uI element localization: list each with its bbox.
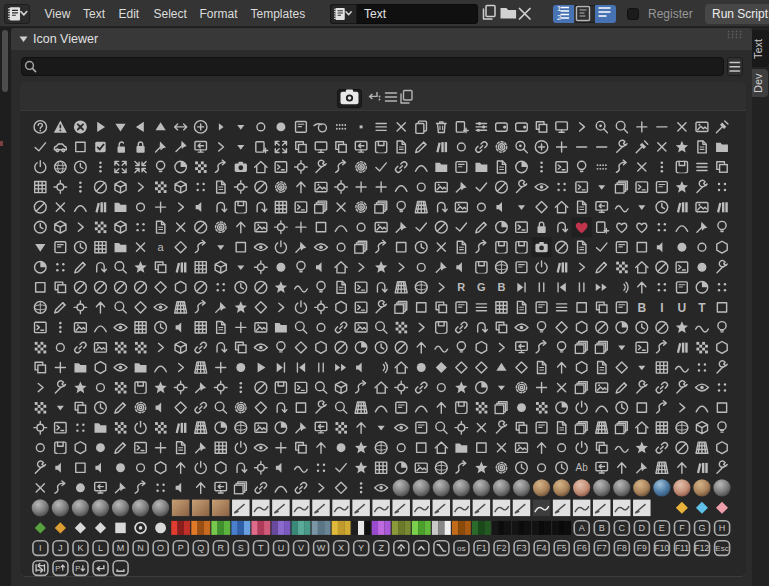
- svg-text:D: D: [639, 523, 646, 533]
- svg-text:Y: Y: [358, 543, 364, 553]
- svg-text:os: os: [457, 544, 465, 553]
- svg-text:P: P: [75, 564, 80, 573]
- svg-text:W: W: [317, 543, 326, 553]
- svg-text:X: X: [338, 543, 344, 553]
- svg-text:Q: Q: [197, 543, 204, 553]
- svg-text:V: V: [298, 543, 304, 553]
- svg-text:K: K: [77, 543, 83, 553]
- svg-text:R: R: [457, 281, 465, 293]
- svg-text:Z: Z: [378, 543, 384, 553]
- svg-text:F9: F9: [637, 543, 647, 553]
- svg-text:F6: F6: [577, 543, 587, 553]
- svg-text:F2: F2: [496, 543, 506, 553]
- svg-text:P: P: [55, 564, 60, 573]
- svg-text:J: J: [58, 543, 63, 553]
- svg-text:B: B: [599, 523, 605, 533]
- svg-text:U: U: [678, 301, 687, 315]
- svg-text:F10: F10: [655, 543, 670, 553]
- svg-text:B: B: [637, 301, 646, 315]
- svg-text:F: F: [679, 523, 685, 533]
- svg-text:I: I: [660, 301, 663, 315]
- svg-text:G: G: [477, 281, 486, 293]
- svg-text:G: G: [698, 523, 705, 533]
- svg-text:T: T: [258, 543, 264, 553]
- svg-text:Esc: Esc: [715, 544, 728, 553]
- svg-text:B: B: [497, 281, 505, 293]
- svg-text:H: H: [719, 523, 726, 533]
- svg-text:F11: F11: [675, 543, 689, 553]
- svg-text:F1: F1: [476, 543, 486, 553]
- svg-text:P: P: [178, 543, 184, 553]
- svg-text:T: T: [698, 301, 706, 315]
- svg-text:C: C: [619, 523, 626, 533]
- svg-text:L: L: [98, 543, 103, 553]
- svg-text:A: A: [579, 523, 585, 533]
- svg-text:F4: F4: [537, 543, 547, 553]
- svg-text:S: S: [238, 543, 244, 553]
- svg-text:F7: F7: [597, 543, 607, 553]
- svg-text:Ab: Ab: [576, 462, 589, 473]
- svg-text:R: R: [218, 543, 225, 553]
- svg-text:F3: F3: [517, 543, 527, 553]
- svg-text:I: I: [39, 543, 42, 553]
- svg-text:E: E: [659, 523, 665, 533]
- svg-text:U: U: [278, 543, 285, 553]
- svg-text:M: M: [117, 543, 125, 553]
- svg-text:a: a: [158, 241, 165, 253]
- svg-text:N: N: [137, 543, 144, 553]
- svg-text:F8: F8: [617, 543, 627, 553]
- svg-text:O: O: [157, 543, 164, 553]
- svg-text:F5: F5: [557, 543, 567, 553]
- svg-text:F12: F12: [695, 543, 710, 553]
